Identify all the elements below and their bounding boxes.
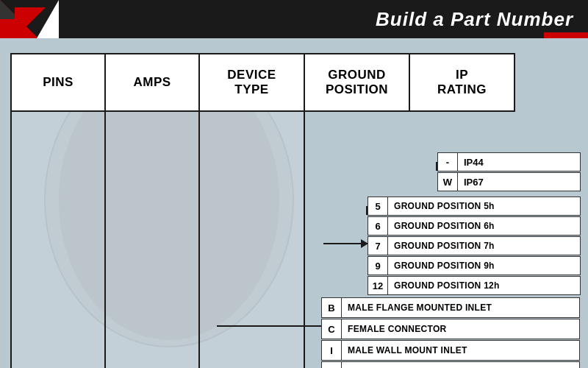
device-option-label: MALE FLANGE MOUNTED INLET: [342, 297, 580, 318]
device-option-code: I: [321, 340, 342, 361]
device-option-code: P: [321, 361, 342, 368]
ip-code: -: [437, 152, 458, 171]
ground-code: 6: [368, 216, 388, 236]
col-line-pins: [10, 112, 106, 368]
device-option-row: C FEMALE CONNECTOR: [321, 319, 580, 339]
logo: [0, 0, 74, 38]
device-options-list: B MALE FLANGE MOUNTED INLET C FEMALE CON…: [321, 297, 580, 368]
device-option-label: MALE PLUG: [342, 361, 580, 368]
col-line-amps: [104, 112, 200, 368]
ground-label: GROUND POSITION 5h: [388, 197, 581, 216]
ground-label: GROUND POSITION 6h: [388, 216, 581, 236]
ground-label: GROUND POSITION 12h: [388, 276, 581, 295]
main-content: PINS AMPS DEVICETYPE GROUNDPOSITION IPRA…: [0, 38, 588, 368]
ground-option-row: 12 GROUND POSITION 12h: [368, 276, 581, 295]
ip-option-row: - IP44: [437, 152, 581, 171]
ground-option-row: 5 GROUND POSITION 5h: [368, 197, 581, 216]
col-header-ground-label: GROUNDPOSITION: [326, 68, 388, 96]
header-title-area: Build a Part Number: [74, 8, 588, 31]
col-header-ip-rating: IPRATING: [409, 53, 515, 112]
column-lines: [10, 112, 305, 368]
ground-label: GROUND POSITION 9h: [388, 256, 581, 275]
ground-label: GROUND POSITION 7h: [388, 236, 581, 255]
page-title: Build a Part Number: [376, 8, 573, 31]
ground-code: 12: [368, 276, 388, 295]
device-option-label: FEMALE CONNECTOR: [342, 319, 580, 339]
col-header-ip-label: IPRATING: [437, 68, 487, 96]
col-header-device-label: DEVICETYPE: [227, 68, 276, 96]
device-option-row: P MALE PLUG: [321, 361, 580, 368]
device-option-code: B: [321, 297, 342, 318]
col-header-amps: AMPS: [104, 53, 200, 112]
device-type-arrow: [217, 325, 331, 327]
red-accent-bar: [544, 32, 588, 38]
ip-options-list: - IP44 W IP67: [437, 152, 581, 192]
ip-label: IP67: [458, 172, 581, 191]
col-header-ground-position: GROUNDPOSITION: [304, 53, 410, 112]
device-option-label: MALE WALL MOUNT INLET: [342, 340, 580, 361]
ground-option-row: 7 GROUND POSITION 7h: [368, 236, 581, 255]
header: Build a Part Number: [0, 0, 588, 38]
col-header-device-type: DEVICETYPE: [198, 53, 305, 112]
device-option-code: C: [321, 319, 342, 339]
ip-code: W: [437, 172, 458, 191]
ground-code: 7: [368, 236, 388, 255]
col-header-pins: PINS: [10, 53, 106, 112]
device-option-row: B MALE FLANGE MOUNTED INLET: [321, 297, 580, 318]
ground-code: 9: [368, 256, 388, 275]
ground-position-arrow: [323, 243, 368, 244]
ip-option-row: W IP67: [437, 172, 581, 191]
ground-options-list: 5 GROUND POSITION 5h 6 GROUND POSITION 6…: [368, 197, 581, 296]
ground-option-row: 6 GROUND POSITION 6h: [368, 216, 581, 236]
ground-option-row: 9 GROUND POSITION 9h: [368, 256, 581, 275]
ip-label: IP44: [458, 152, 581, 171]
ground-code: 5: [368, 197, 388, 216]
col-line-device: [198, 112, 305, 368]
device-option-row: I MALE WALL MOUNT INLET: [321, 340, 580, 361]
column-headers: PINS AMPS DEVICETYPE GROUNDPOSITION IPRA…: [10, 53, 515, 112]
